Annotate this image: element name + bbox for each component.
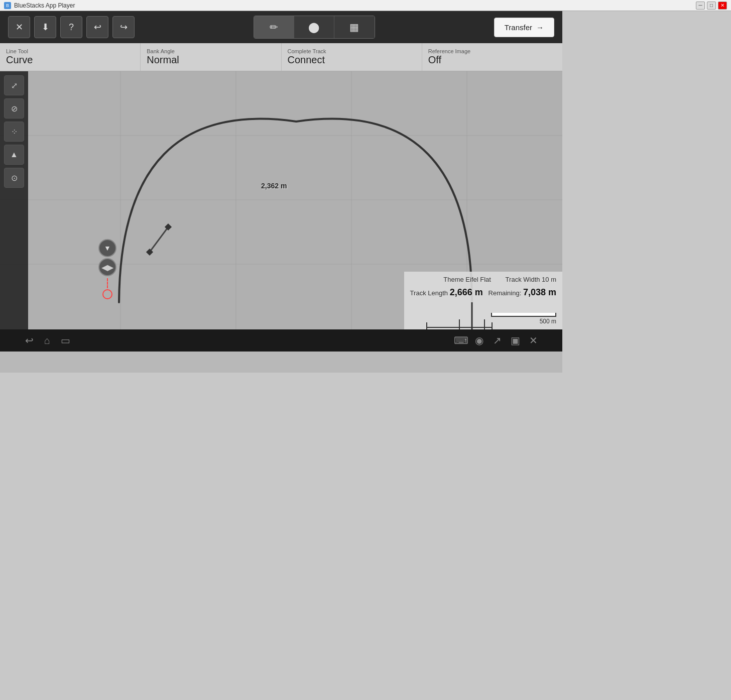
location-icon: ◉ xyxy=(475,334,483,346)
android-apps-button[interactable]: ▭ xyxy=(56,331,74,349)
back-icon: ↩ xyxy=(25,334,34,346)
option-bar: Line Tool Curve Bank Angle Normal Comple… xyxy=(0,43,562,71)
scale-bar-container xyxy=(410,302,556,317)
transfer-label: Transfer xyxy=(505,23,532,32)
line-tool-label: Line Tool xyxy=(6,48,134,54)
terrain-button[interactable]: ▲ xyxy=(4,145,24,165)
distance-label: 2,362 m xyxy=(261,182,287,190)
complete-track-group[interactable]: Complete Track Connect xyxy=(282,43,422,71)
keyboard-icon: ⌨ xyxy=(454,334,468,346)
app-icon: B xyxy=(4,2,11,9)
android-close-icon: ✕ xyxy=(529,334,538,346)
line-tool-group[interactable]: Line Tool Curve xyxy=(0,43,141,71)
android-screen-button[interactable]: ▣ xyxy=(506,331,524,349)
no-icon: ⊘ xyxy=(11,104,18,113)
app-title: BlueStacks App Player xyxy=(14,2,75,9)
line-tool-value: Curve xyxy=(6,54,134,66)
scale-line xyxy=(491,313,556,317)
expand-icon: ⤢ xyxy=(11,81,18,90)
android-keyboard-button[interactable]: ⌨ xyxy=(452,331,470,349)
reference-image-group[interactable]: Reference Image Off xyxy=(422,43,562,71)
expand-button[interactable]: ⤢ xyxy=(4,75,24,95)
android-share-button[interactable]: ↗ xyxy=(488,331,506,349)
complete-track-value: Connect xyxy=(288,54,416,66)
redo-button[interactable]: ↪ xyxy=(112,16,135,38)
reference-image-value: Off xyxy=(428,54,556,66)
home-icon: ⌂ xyxy=(44,335,50,346)
theme-info: Theme Eifel Flat Track Width 10 m xyxy=(410,275,556,285)
pin-mode-button[interactable]: ⬤ xyxy=(294,16,334,38)
android-close-button[interactable]: ✕ xyxy=(524,331,542,349)
close-button[interactable]: ✕ xyxy=(718,2,727,10)
record-icon: ⊙ xyxy=(11,173,18,183)
dot-grid-icon: ⁘ xyxy=(11,127,18,137)
apps-icon: ▭ xyxy=(61,334,70,346)
transfer-button[interactable]: Transfer → xyxy=(494,18,554,37)
screen-icon: ▣ xyxy=(511,334,520,346)
complete-track-label: Complete Track xyxy=(288,48,416,54)
mountain-icon: ▲ xyxy=(10,150,18,159)
android-location-button[interactable]: ◉ xyxy=(470,331,488,349)
scale-text: 500 m xyxy=(410,317,556,326)
track-length-label: Track Length xyxy=(410,289,448,297)
dot-grid-button[interactable]: ⁘ xyxy=(4,122,24,142)
bank-angle-label: Bank Angle xyxy=(147,48,275,54)
draw-icon: ✏ xyxy=(270,21,278,33)
top-toolbar: ✕ ⬇ ? ↩ ↪ ✏ ⬤ ▦ Transfer → xyxy=(0,11,562,43)
grid-mode-button[interactable]: ▦ xyxy=(334,16,375,38)
transfer-arrow-icon: → xyxy=(536,23,544,32)
status-bar: Theme Eifel Flat Track Width 10 m Track … xyxy=(404,272,562,329)
pin-icon: ⬤ xyxy=(308,21,319,33)
track-width-label: Track Width xyxy=(506,276,540,283)
tool-selector: ✏ ⬤ ▦ xyxy=(254,16,375,39)
share-icon: ↗ xyxy=(493,334,502,346)
direction-indicator: ▼ xyxy=(98,239,116,257)
close-tool-button[interactable]: ✕ xyxy=(8,16,30,38)
scale-bar xyxy=(491,313,556,317)
save-button[interactable]: ⬇ xyxy=(34,16,56,38)
bank-angle-group[interactable]: Bank Angle Normal xyxy=(141,43,281,71)
track-width-value: 10 m xyxy=(542,276,556,283)
undo-button[interactable]: ↩ xyxy=(86,16,108,38)
restore-button[interactable]: □ xyxy=(707,2,716,10)
track-length-value: 2,666 m xyxy=(450,287,483,297)
reference-image-label: Reference Image xyxy=(428,48,556,54)
vehicle-indicator: ▼ ◀▶ xyxy=(98,239,116,299)
remaining-label: Remaining: xyxy=(489,289,522,297)
start-point xyxy=(102,289,112,299)
title-bar: B BlueStacks App Player ─ □ ✕ xyxy=(0,0,731,11)
theme-value: Eifel Flat xyxy=(465,276,491,283)
grid-icon: ▦ xyxy=(349,21,359,33)
draw-mode-button[interactable]: ✏ xyxy=(254,16,294,38)
theme-label: Theme xyxy=(443,276,463,283)
canvas-area[interactable]: 2,362 m ⤢ ⊘ ⁘ ▲ ⊙ ▼ ◀▶ xyxy=(0,71,562,329)
track-length-info: Track Length 2,666 m Remaining: 7,038 m xyxy=(410,285,556,300)
remaining-value: 7,038 m xyxy=(523,287,556,297)
movement-controls[interactable]: ◀▶ xyxy=(98,258,116,276)
record-button[interactable]: ⊙ xyxy=(4,168,24,188)
track-connection-line xyxy=(107,278,108,288)
no-button[interactable]: ⊘ xyxy=(4,98,24,119)
help-button[interactable]: ? xyxy=(60,16,82,38)
title-bar-controls[interactable]: ─ □ ✕ xyxy=(696,2,727,10)
android-back-button[interactable]: ↩ xyxy=(20,331,38,349)
title-bar-left: B BlueStacks App Player xyxy=(4,2,75,9)
bank-angle-value: Normal xyxy=(147,54,275,66)
android-home-button[interactable]: ⌂ xyxy=(38,331,56,349)
android-bar: ↩ ⌂ ▭ ⌨ ◉ ↗ ▣ ✕ xyxy=(0,329,562,352)
left-sidebar: ⤢ ⊘ ⁘ ▲ ⊙ xyxy=(0,71,28,329)
app-window: ✕ ⬇ ? ↩ ↪ ✏ ⬤ ▦ Transfer → Line Tool Cur… xyxy=(0,11,562,373)
minimize-button[interactable]: ─ xyxy=(696,2,705,10)
